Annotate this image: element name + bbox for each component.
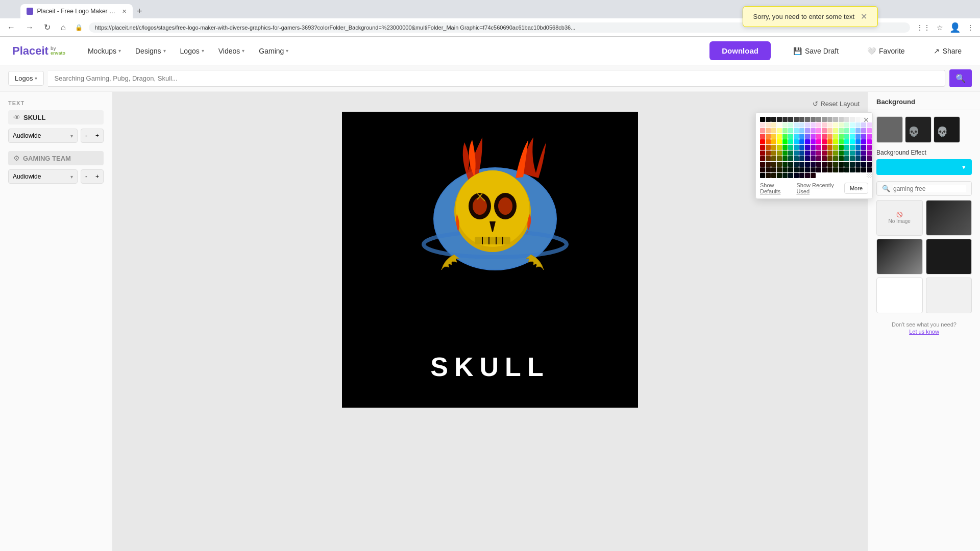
bg-effect-value: [883, 163, 962, 171]
bg-thumb-2[interactable]: 💀: [905, 116, 932, 143]
bookmark-button[interactable]: ☆: [935, 21, 945, 34]
search-category-label: Logos: [15, 74, 33, 82]
font1-label: Audiowide: [13, 132, 41, 139]
notification-close-button[interactable]: ✕: [861, 12, 867, 21]
share-button[interactable]: ↗ Share: [927, 43, 968, 59]
bg-thumb-1[interactable]: [876, 116, 903, 143]
tab-favicon: [27, 8, 33, 15]
profile-button[interactable]: 👤: [947, 20, 963, 35]
color-picker-close-button[interactable]: ✕: [868, 116, 869, 124]
nav-menu: Mockups ▾ Designs ▾ Logos ▾ Videos ▾ Gam…: [82, 43, 295, 59]
right-panel-title: Background: [868, 92, 980, 110]
left-panel: Text 👁 Audiowide ▾ - + ⚙: [0, 92, 112, 551]
color-picker-more-button[interactable]: More: [868, 183, 868, 194]
eye-icon-2[interactable]: ⚙: [13, 154, 20, 162]
search-button[interactable]: 🔍: [949, 69, 972, 87]
bg-thumbnails: 💀 💀: [876, 116, 972, 143]
color-cell-special[interactable]: [868, 173, 872, 178]
nav-mockups[interactable]: Mockups ▾: [82, 43, 127, 59]
size-increase-2[interactable]: +: [91, 170, 103, 183]
text2-row: ⚙: [8, 151, 104, 165]
help-section: Don't see what you need? Let us know: [876, 321, 972, 335]
bg-effect-select[interactable]: ▾: [876, 159, 972, 175]
search-category-dropdown[interactable]: Logos ▾: [8, 71, 44, 86]
search-bar: Logos ▾ 🔍: [0, 65, 980, 92]
text1-input[interactable]: [23, 114, 99, 121]
size-btns-1: - +: [81, 129, 104, 143]
color-cell[interactable]: [868, 156, 872, 161]
color-cell[interactable]: [868, 134, 872, 139]
home-button[interactable]: ⌂: [58, 22, 69, 33]
save-draft-label: Save Draft: [805, 47, 839, 55]
dropdown-chevron: ▾: [35, 76, 37, 81]
bg-no-image[interactable]: 🚫 No Image: [876, 200, 923, 236]
reset-layout-button[interactable]: ↺ Reset Layout: [813, 100, 860, 108]
bg-image-grid: 🚫 No Image: [876, 200, 972, 313]
font1-chevron: ▾: [70, 133, 73, 139]
browser-tab[interactable]: Placeit - Free Logo Maker with... ✕: [20, 4, 133, 18]
bg-image-black[interactable]: [926, 200, 972, 236]
favorite-button[interactable]: 🤍 Favorite: [861, 43, 911, 59]
bg-section: 💀 💀 Background Effect ▾ 🔍: [868, 110, 980, 341]
right-panel: Background ✕ Show Defaults Show Recently…: [868, 92, 980, 551]
canvas[interactable]: SKULL: [342, 112, 638, 408]
menu-button[interactable]: ⋮: [965, 21, 976, 34]
canvas-toolbar: ↺ Reset Layout: [120, 100, 860, 108]
bg-thumb-3[interactable]: 💀: [934, 116, 960, 143]
font2-select[interactable]: Audiowide ▾: [8, 169, 78, 184]
nav-videos[interactable]: Videos ▾: [212, 43, 251, 59]
forward-button[interactable]: →: [22, 22, 37, 33]
bg-image-empty1[interactable]: [926, 239, 972, 274]
color-cell[interactable]: [868, 139, 872, 144]
svg-point-8: [498, 197, 512, 215]
refresh-button[interactable]: ↻: [41, 21, 54, 33]
text2-input[interactable]: [23, 155, 99, 162]
nav-gaming[interactable]: Gaming ▾: [253, 43, 295, 59]
color-cell[interactable]: [868, 167, 872, 172]
save-draft-button[interactable]: 💾 Save Draft: [787, 43, 845, 59]
share-label: Share: [943, 47, 962, 55]
color-cell[interactable]: [868, 128, 872, 133]
size-increase-1[interactable]: +: [91, 129, 103, 142]
search-input[interactable]: [48, 70, 945, 87]
bg-image-empty3[interactable]: [926, 278, 972, 313]
bg-image-empty2[interactable]: [876, 278, 923, 313]
nav-logos[interactable]: Logos ▾: [174, 43, 210, 59]
share-icon: ↗: [934, 47, 940, 55]
svg-text:💀: 💀: [937, 126, 948, 137]
canvas-area: ↺ Reset Layout: [112, 92, 868, 551]
new-tab-button[interactable]: +: [133, 6, 146, 17]
color-cell[interactable]: [868, 151, 872, 156]
nav-designs[interactable]: Designs ▾: [129, 43, 172, 59]
tab-close-button[interactable]: ✕: [122, 8, 127, 15]
svg-point-4: [456, 170, 529, 247]
color-picker-popup: ✕ Show Defaults Show Recently Used More: [868, 112, 873, 199]
save-icon: 💾: [793, 47, 802, 55]
bg-search-input[interactable]: [893, 185, 966, 192]
color-grid: [868, 117, 868, 178]
dont-see-text: Don't see what you need?: [876, 321, 972, 328]
eye-icon-1[interactable]: 👁: [13, 113, 20, 121]
bg-search: 🔍: [876, 181, 972, 196]
logo[interactable]: Placeit by envato: [12, 44, 65, 58]
download-button[interactable]: Download: [709, 41, 771, 60]
font2-row: Audiowide ▾ - +: [8, 169, 104, 184]
font1-row: Audiowide ▾ - +: [8, 129, 104, 143]
bg-image-dark[interactable]: [876, 239, 923, 274]
size-decrease-1[interactable]: -: [81, 129, 91, 142]
no-image-icon: 🚫: [896, 212, 902, 217]
size-decrease-2[interactable]: -: [81, 170, 91, 183]
bg-search-icon: 🔍: [882, 185, 890, 192]
tab-title: Placeit - Free Logo Maker with...: [37, 8, 116, 15]
size-btns-2: - +: [81, 169, 104, 184]
skull-illustration: [393, 132, 587, 326]
extensions-button[interactable]: ⋮⋮: [914, 21, 933, 34]
notification-text: Sorry, you need to enter some text: [753, 13, 854, 20]
back-button[interactable]: ←: [4, 22, 18, 33]
logo-envato: envato: [51, 51, 65, 56]
font1-select[interactable]: Audiowide ▾: [8, 129, 78, 143]
color-cell[interactable]: [868, 162, 872, 167]
let-us-know-link[interactable]: Let us know: [909, 329, 939, 335]
main-layout: Text 👁 Audiowide ▾ - + ⚙: [0, 92, 980, 551]
color-cell[interactable]: [868, 145, 872, 150]
